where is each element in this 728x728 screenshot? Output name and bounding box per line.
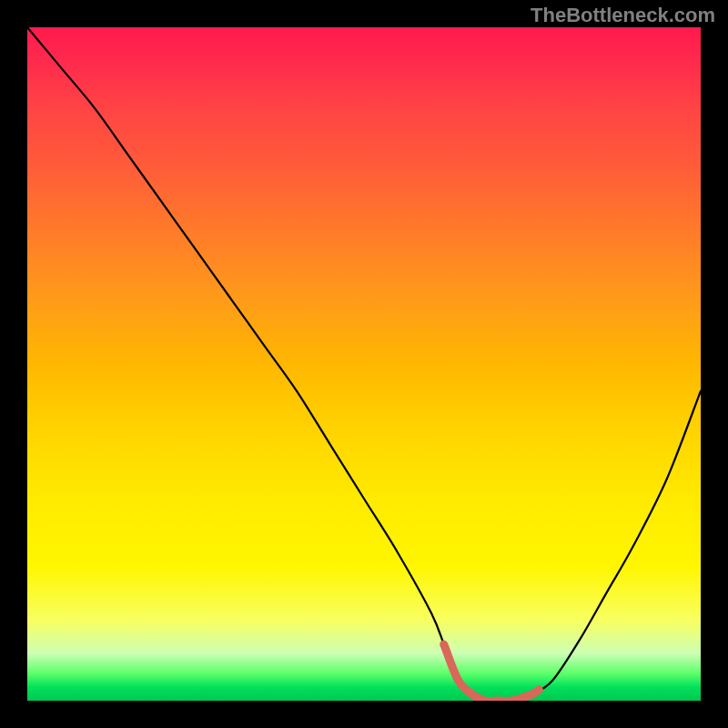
bottleneck-curve-svg — [27, 27, 701, 701]
chart-container: TheBottleneck.com — [0, 0, 728, 728]
watermark-text: TheBottleneck.com — [531, 4, 715, 27]
bottleneck-curve-path — [27, 27, 701, 701]
valley-marker-path — [444, 644, 540, 701]
